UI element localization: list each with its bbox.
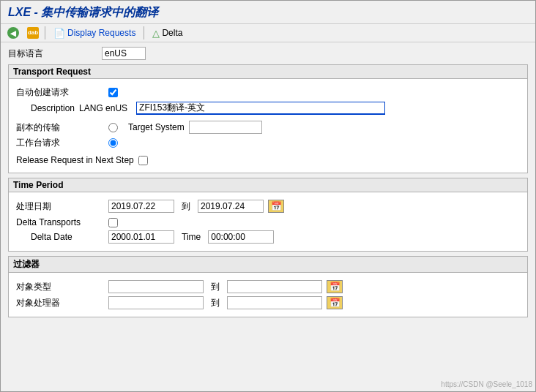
copy-transport-label: 副本的传输	[16, 121, 104, 134]
auto-create-row: 自动创建请求	[16, 86, 520, 99]
release-checkbox[interactable]	[138, 156, 148, 165]
description-row: Description LANG enUS	[16, 102, 520, 115]
time-period-header: Time Period	[9, 178, 527, 192]
watermark: https://CSDN @Seele_1018	[441, 380, 532, 388]
back-button[interactable]: ◀	[5, 26, 21, 39]
copy-transport-row: 副本的传输 Target System	[16, 121, 520, 134]
main-window: LXE - 集中传输请求中的翻译 ◀ dab 📄 Display Request…	[0, 0, 536, 392]
description-label: Description	[16, 103, 75, 113]
delta-transports-checkbox[interactable]	[108, 218, 118, 227]
transport-request-header: Transport Request	[9, 65, 527, 79]
object-handler-row: 对象处理器 到 📅	[16, 296, 520, 309]
delta-button[interactable]: △ Delta	[150, 27, 185, 39]
toolbar-separator2	[144, 26, 144, 39]
object-type-row: 对象类型 到 📅	[16, 280, 520, 293]
time-input[interactable]	[208, 230, 274, 244]
toolbar: ◀ dab 📄 Display Requests △ Delta	[1, 24, 535, 42]
target-system-input[interactable]	[189, 121, 262, 134]
date-to-input[interactable]	[198, 200, 264, 213]
display-requests-label: Display Requests	[67, 28, 135, 38]
delta-date-label: Delta Date	[16, 232, 104, 242]
copy-transport-radio[interactable]	[108, 123, 118, 132]
display-requests-icon: 📄	[53, 28, 65, 39]
auto-create-checkbox[interactable]	[108, 88, 118, 97]
target-lang-label: 目标语言	[8, 48, 96, 60]
time-label: Time	[179, 232, 204, 242]
object-handler-button[interactable]: 📅	[327, 296, 343, 309]
transport-request-section: Transport Request 自动创建请求 Description LAN…	[8, 64, 528, 173]
object-handler-input-from[interactable]	[108, 296, 204, 309]
object-type-button[interactable]: 📅	[327, 280, 343, 293]
workbench-row: 工作台请求	[16, 137, 520, 149]
dab-icon: dab	[27, 27, 39, 39]
filter-header: 过滤器	[9, 257, 527, 273]
process-date-row: 处理日期 到 📅	[16, 200, 520, 213]
auto-create-label: 自动创建请求	[16, 86, 104, 99]
toolbar-separator	[45, 26, 45, 39]
delta-icon: △	[152, 28, 160, 39]
transport-request-body: 自动创建请求 Description LANG enUS 副本的传输 Targe…	[9, 79, 527, 173]
filter-section: 过滤器 对象类型 到 📅 对象处理器 到 📅	[8, 256, 528, 317]
description-input[interactable]	[136, 102, 385, 115]
display-requests-button[interactable]: 📄 Display Requests	[51, 27, 138, 39]
lang-value: LANG enUS	[79, 103, 132, 113]
target-lang-row: 目标语言	[8, 47, 528, 60]
object-type-label: 对象类型	[16, 281, 104, 293]
object-handler-label: 对象处理器	[16, 297, 104, 309]
workbench-label: 工作台请求	[16, 137, 104, 149]
window-title: LXE - 集中传输请求中的翻译	[8, 6, 158, 18]
delta-transports-row: Delta Transports	[16, 217, 520, 227]
back-icon: ◀	[7, 27, 19, 39]
object-handler-to-label: 到	[208, 297, 223, 309]
object-handler-input-to[interactable]	[227, 296, 322, 309]
object-type-input-from[interactable]	[108, 280, 204, 293]
main-content: 目标语言 Transport Request 自动创建请求 Descriptio…	[1, 42, 535, 326]
date-calendar-button[interactable]: 📅	[268, 200, 284, 213]
process-date-label: 处理日期	[16, 200, 104, 213]
object-type-input-to[interactable]	[227, 280, 322, 293]
filter-body: 对象类型 到 📅 对象处理器 到 📅	[9, 273, 527, 317]
workbench-radio[interactable]	[108, 138, 118, 148]
date-from-input[interactable]	[108, 200, 174, 213]
delta-date-row: Delta Date Time	[16, 230, 520, 244]
target-lang-input[interactable]	[102, 47, 146, 60]
title-bar: LXE - 集中传输请求中的翻译	[1, 1, 535, 24]
to-label: 到	[179, 200, 193, 213]
object-type-to-label: 到	[208, 281, 223, 293]
release-row: Release Request in Next Step	[16, 155, 520, 165]
delta-label: Delta	[162, 28, 182, 38]
delta-date-input[interactable]	[108, 230, 174, 244]
release-label: Release Request in Next Step	[16, 155, 134, 165]
time-period-body: 处理日期 到 📅 Delta Transports Delta Date Tim…	[9, 192, 527, 251]
time-period-section: Time Period 处理日期 到 📅 Delta Transports	[8, 178, 528, 252]
delta-transports-label: Delta Transports	[16, 217, 104, 227]
target-system-label: Target System	[122, 122, 185, 132]
